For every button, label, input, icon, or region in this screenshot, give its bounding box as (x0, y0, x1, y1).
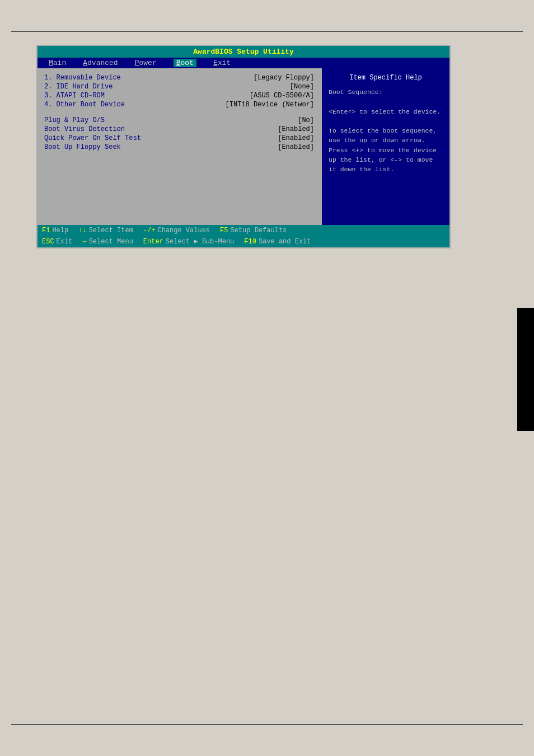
bios-content-area: 1. Removable Device [Legacy Floppy] 2. I… (38, 68, 449, 225)
menu-exit[interactable]: Exit (213, 59, 231, 67)
setting-boot-virus-value: [Enabled] (278, 125, 314, 133)
top-rule (11, 31, 523, 32)
menu-main[interactable]: Main (49, 59, 66, 67)
boot-item-3[interactable]: 3. ATAPI CD-ROM [ASUS CD-S500/A] (44, 92, 314, 100)
key-f10: F10 (244, 238, 256, 246)
desc-setup-defaults: Setup Defaults (230, 227, 287, 234)
boot-item-1[interactable]: 1. Removable Device [Legacy Floppy] (44, 74, 314, 82)
status-f5: F5 Setup Defaults (220, 227, 287, 234)
desc-select-item: Select Item (89, 227, 133, 234)
right-help-panel: Item Specific Help Boot Sequence: <Enter… (321, 68, 449, 225)
key-plusminus: -/+ (143, 227, 156, 234)
key-esc: ESC (42, 238, 54, 246)
boot-item-1-name: 1. Removable Device (44, 74, 134, 82)
bios-title-bar: AwardBIOS Setup Utility (38, 46, 449, 58)
help-title: Item Specific Help (329, 74, 443, 82)
boot-item-4[interactable]: 4. Other Boot Device [INT18 Device (Netw… (44, 101, 314, 109)
status-arrows: ↑↓ Select Item (78, 227, 133, 234)
key-f1: F1 (42, 227, 50, 234)
boot-item-3-value: [ASUS CD-S500/A] (250, 92, 314, 100)
setting-boot-virus-name: Boot Virus Detection (44, 125, 134, 133)
bottom-rule (11, 724, 523, 725)
setting-quick-power-name: Quick Power On Self Test (44, 134, 141, 142)
status-enter: Enter Select ► Sub-Menu (143, 238, 234, 246)
desc-select-menu: Select Menu (89, 238, 133, 246)
key-arrows: ↑↓ (78, 227, 86, 234)
status-bar-row2: ESC Exit ↔ Select Menu Enter Select ► Su… (38, 236, 449, 247)
status-esc: ESC Exit (42, 238, 72, 246)
boot-item-2-value: [None] (290, 83, 314, 91)
bios-menu-bar: Main Advanced Power Boot Exit (38, 58, 449, 68)
status-bar-row1: F1 Help ↑↓ Select Item -/+ Change Values… (38, 225, 449, 236)
boot-sequence-list: 1. Removable Device [Legacy Floppy] 2. I… (44, 74, 314, 109)
menu-power[interactable]: Power (135, 59, 157, 67)
desc-change-values: Change Values (157, 227, 210, 234)
setting-boot-floppy-name: Boot Up Floppy Seek (44, 143, 134, 151)
setting-plug-play[interactable]: Plug & Play O/S [No] (44, 116, 314, 124)
boot-item-2[interactable]: 2. IDE Hard Drive [None] (44, 83, 314, 91)
desc-help: Help (52, 227, 68, 234)
desc-select-submenu: Select ► Sub-Menu (166, 238, 234, 246)
status-f1: F1 Help (42, 227, 68, 234)
bios-title: AwardBIOS Setup Utility (193, 48, 293, 56)
setting-boot-virus[interactable]: Boot Virus Detection [Enabled] (44, 125, 314, 133)
bios-window: AwardBIOS Setup Utility Main Advanced Po… (36, 45, 451, 248)
status-f10: F10 Save and Exit (244, 238, 311, 246)
setting-plug-play-value: [No] (298, 116, 314, 124)
key-enter: Enter (143, 238, 163, 246)
boot-item-4-name: 4. Other Boot Device (44, 101, 134, 109)
key-lr-arrows: ↔ (82, 238, 86, 246)
desc-exit: Exit (57, 238, 73, 246)
boot-item-2-name: 2. IDE Hard Drive (44, 83, 134, 91)
page-background: AwardBIOS Setup Utility Main Advanced Po… (0, 0, 534, 756)
other-settings: Plug & Play O/S [No] Boot Virus Detectio… (44, 116, 314, 151)
boot-item-3-name: 3. ATAPI CD-ROM (44, 92, 134, 100)
right-sidebar-bar (517, 308, 534, 431)
key-f5: F5 (220, 227, 228, 234)
setting-quick-power-value: [Enabled] (278, 134, 314, 142)
status-lr-arrows: ↔ Select Menu (82, 238, 133, 246)
desc-save-exit: Save and Exit (259, 238, 311, 246)
menu-advanced[interactable]: Advanced (83, 59, 118, 67)
setting-quick-power[interactable]: Quick Power On Self Test [Enabled] (44, 134, 314, 142)
menu-boot[interactable]: Boot (174, 59, 196, 67)
setting-plug-play-name: Plug & Play O/S (44, 116, 134, 124)
left-panel: 1. Removable Device [Legacy Floppy] 2. I… (38, 68, 321, 225)
setting-boot-floppy-value: [Enabled] (278, 143, 314, 151)
setting-boot-floppy[interactable]: Boot Up Floppy Seek [Enabled] (44, 143, 314, 151)
help-text: Boot Sequence: <Enter> to select the dev… (329, 87, 443, 174)
boot-item-1-value: [Legacy Floppy] (254, 74, 314, 82)
boot-item-4-value: [INT18 Device (Networ] (226, 101, 314, 109)
status-change: -/+ Change Values (143, 227, 210, 234)
